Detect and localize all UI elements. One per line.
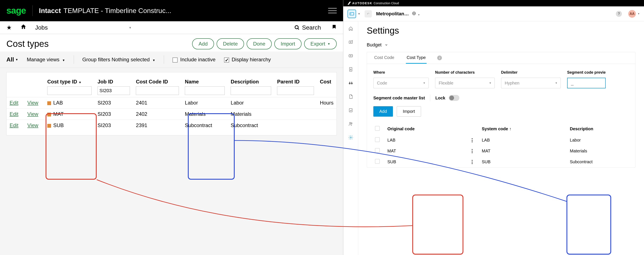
chevron-down-icon[interactable]: ▼ <box>638 12 640 15</box>
group-filters-dropdown[interactable]: Group filters Nothing selected ▼ <box>82 57 156 63</box>
lock-label: Lock <box>435 96 445 100</box>
chevron-down-icon[interactable]: ▼ <box>129 26 132 29</box>
globe-icon[interactable]: ▼ <box>412 11 420 16</box>
cell-description: Subcontract <box>228 120 274 131</box>
cell-cost-type-id: SUB <box>44 120 94 131</box>
search-button[interactable]: Search <box>294 24 321 31</box>
col-cost[interactable]: Cost <box>317 77 336 97</box>
avatar[interactable]: AA <box>628 10 636 18</box>
cell-cost-type-id: MAT <box>44 109 94 120</box>
row-checkbox[interactable] <box>375 137 380 142</box>
row-menu-icon[interactable]: ⋮ <box>470 159 474 165</box>
add-button[interactable]: Add <box>192 38 214 49</box>
sage-nav: ★ Jobs ▼ Search <box>0 21 343 34</box>
product-switcher-icon[interactable] <box>348 9 356 18</box>
row-checkbox[interactable] <box>375 148 380 153</box>
cell-description: Materials <box>566 146 640 156</box>
col-job-id[interactable]: Job ID <box>94 77 133 97</box>
import-button[interactable]: Import <box>397 106 421 117</box>
star-icon[interactable]: ★ <box>6 24 12 31</box>
bookmark-icon[interactable] <box>332 24 337 31</box>
svg-rect-16 <box>349 109 352 112</box>
where-select[interactable]: Code▼ <box>373 78 429 88</box>
cell-cost: Hours <box>317 97 336 109</box>
col-description[interactable]: Description <box>228 77 274 97</box>
tab-cost-type[interactable]: Cost Type <box>406 52 427 64</box>
select-all-checkbox[interactable] <box>375 126 380 131</box>
segment-master-table: Original code System code ↑ Description … <box>371 123 640 167</box>
contract-icon[interactable] <box>347 52 354 60</box>
page-heading-row: Cost types Add Delete Done Import Export… <box>0 34 343 51</box>
edit-link[interactable]: Edit <box>10 111 18 117</box>
document-icon[interactable] <box>347 93 354 100</box>
module-dropdown[interactable]: Jobs <box>35 24 48 31</box>
done-button[interactable]: Done <box>246 38 272 49</box>
cell-parent-id <box>274 97 317 109</box>
filter-name[interactable] <box>185 86 225 95</box>
cell-job-id: SI203 <box>94 109 133 120</box>
delimiter-select[interactable]: Hyphen▼ <box>501 78 561 88</box>
home-icon[interactable] <box>20 24 26 31</box>
add-button[interactable]: Add <box>373 106 393 117</box>
help-icon[interactable]: ? <box>616 11 622 17</box>
col-original-code[interactable]: Original code <box>384 123 466 135</box>
cell-cost-code-id: 2402 <box>133 109 182 120</box>
manage-views-dropdown[interactable]: Manage views ▼ <box>27 57 65 63</box>
include-inactive-checkbox[interactable]: Include inactive <box>172 57 215 63</box>
col-description[interactable]: Description <box>566 123 640 135</box>
change-order-icon[interactable] <box>347 65 354 73</box>
binoculars-icon[interactable] <box>347 79 354 87</box>
tab-cost-code[interactable]: Cost Code <box>373 52 395 64</box>
lock-toggle[interactable] <box>449 95 459 101</box>
col-name[interactable]: Name <box>182 77 228 97</box>
view-link[interactable]: View <box>27 122 38 128</box>
page-title: Cost types <box>6 39 48 49</box>
filter-job-id[interactable] <box>98 86 130 95</box>
home-icon[interactable] <box>347 25 354 32</box>
view-all-dropdown[interactable]: All▼ <box>6 56 18 63</box>
sage-header: sage Intacct TEMPLATE - Timberline Const… <box>0 0 343 21</box>
export-button[interactable]: Export▼ <box>304 38 337 49</box>
section-dropdown[interactable]: Budget <box>367 42 636 48</box>
num-chars-select[interactable]: Flexible▼ <box>435 78 495 88</box>
hamburger-icon[interactable] <box>328 6 337 15</box>
view-link[interactable]: View <box>27 100 38 106</box>
col-system-code[interactable]: System code ↑ <box>478 123 566 135</box>
cell-job-id: SI203 <box>94 120 133 131</box>
segment-config-row: Where Code▼ Number of characters Flexibl… <box>367 70 635 88</box>
delete-button[interactable]: Delete <box>216 38 244 49</box>
row-menu-icon[interactable]: ⋮ <box>470 138 474 143</box>
col-cost-type-id[interactable]: Cost type ID ▼ <box>44 77 94 97</box>
back-button[interactable]: ↶ <box>364 10 372 17</box>
acc-nav-rail <box>343 21 358 255</box>
chevron-down-icon[interactable]: ▼ <box>358 12 360 15</box>
view-link[interactable]: View <box>27 111 38 117</box>
reports-icon[interactable] <box>347 106 354 114</box>
settings-icon[interactable] <box>347 134 354 141</box>
svg-rect-15 <box>352 82 352 83</box>
filter-parent-id[interactable] <box>277 86 314 95</box>
filter-description[interactable] <box>231 86 271 95</box>
row-checkbox[interactable] <box>375 159 380 164</box>
import-button[interactable]: Import <box>274 38 302 49</box>
budget-icon[interactable] <box>347 38 354 46</box>
svg-rect-14 <box>350 82 350 83</box>
cell-parent-id <box>274 109 317 120</box>
filter-cost-code-id[interactable] <box>136 86 179 95</box>
info-icon[interactable]: i <box>437 55 442 60</box>
display-hierarchy-checkbox[interactable]: Display hierarchy <box>224 57 271 63</box>
filter-cost-type-id[interactable] <box>47 86 92 95</box>
cell-job-id: SI203 <box>94 97 133 109</box>
cell-name: Subcontract <box>182 120 228 131</box>
edit-link[interactable]: Edit <box>10 100 18 106</box>
col-cost-code-id[interactable]: Cost Code ID <box>133 77 182 97</box>
sage-panel: sage Intacct TEMPLATE - Timberline Const… <box>0 0 343 255</box>
col-parent-id[interactable]: Parent ID <box>274 77 317 97</box>
acc-page-title: Settings <box>367 25 636 36</box>
row-menu-icon[interactable]: ⋮ <box>470 148 474 154</box>
members-icon[interactable] <box>347 120 354 128</box>
cell-parent-id <box>274 120 317 131</box>
cell-system-code: SUB <box>478 156 566 167</box>
edit-link[interactable]: Edit <box>10 122 18 128</box>
project-name[interactable]: Metropolitan… <box>376 11 409 16</box>
